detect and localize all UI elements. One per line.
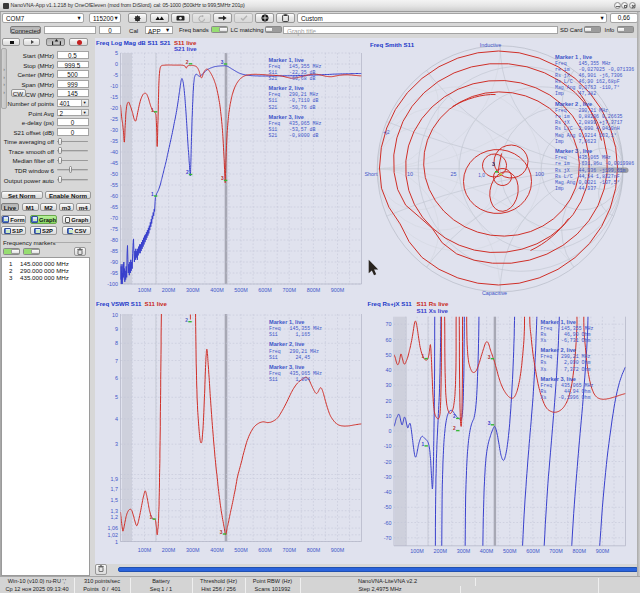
svg-text:1,7: 1,7 [110,486,118,492]
svg-text:5: 5 [115,394,118,400]
svg-text:300M: 300M [186,546,200,552]
svg-text:Freq 290,21 MHz: Freq 290,21 MHz [555,107,608,112]
svg-text:S21 -0,8000 dB: S21 -0,8000 dB [268,133,318,138]
svg-text:S11 -53,57 dB: S11 -53,57 dB [268,127,315,132]
svg-text:300M: 300M [456,547,470,553]
svg-text:1: 1 [421,441,424,446]
svg-text:Freq 435,065 MHz: Freq 435,065 MHz [269,371,322,376]
svg-text:-35: -35 [110,138,118,144]
svg-text:Freq 145,355 MHz: Freq 145,355 MHz [555,60,611,65]
svg-text:Freq Smith S11: Freq Smith S11 [370,40,415,47]
svg-text:50: 50 [385,351,391,357]
svg-text:-90: -90 [110,259,118,265]
svg-text:-5: -5 [113,72,118,78]
svg-text:Marker 3, live: Marker 3, live [540,375,575,381]
svg-text:Marker 3, live: Marker 3, live [268,113,303,119]
svg-text:Rs 44,94 Ohm: Rs 44,94 Ohm [540,389,590,394]
svg-text:5: 5 [115,50,118,56]
svg-text:3: 3 [115,441,118,447]
svg-text:500M: 500M [234,287,248,293]
svg-text:2: 2 [185,317,188,322]
svg-text:Imp 7,0623: Imp 7,0623 [555,138,596,143]
svg-text:3: 3 [219,529,222,534]
svg-text:Freq Log Mag dB S11 S21: Freq Log Mag dB S11 S21 [96,38,171,45]
svg-text:8: 8 [115,340,118,346]
svg-text:-50: -50 [110,171,118,177]
svg-text:-30: -30 [110,127,118,133]
svg-text:S21 live: S21 live [174,45,197,52]
svg-text:1,0: 1,0 [478,173,485,178]
svg-text:S21 -50,76 dB: S21 -50,76 dB [268,104,315,109]
svg-text:Freq 435,065 MHz: Freq 435,065 MHz [555,155,611,160]
svg-text:Freq VSWR S11: Freq VSWR S11 [96,300,142,307]
svg-text:-70: -70 [383,534,391,540]
svg-text:0: 0 [115,61,118,67]
svg-text:S11 -0,7110 dB: S11 -0,7110 dB [268,98,318,103]
svg-text:Mag Ang 0,9214 163,1°: Mag Ang 0,9214 163,1° [555,132,617,137]
svg-text:1: 1 [421,354,424,359]
svg-text:6: 6 [115,375,118,381]
svg-text:Marker 1, live: Marker 1, live [540,318,575,324]
svg-text:Freq 145,355 MHz: Freq 145,355 MHz [268,63,321,68]
svg-text:-100: -100 [107,281,118,287]
svg-text:3: 3 [487,354,490,359]
svg-text:100M: 100M [137,546,151,552]
svg-text:S11 Xs live: S11 Xs live [416,306,448,313]
svg-text:300M: 300M [186,287,200,293]
svg-text:70: 70 [385,321,391,327]
svg-text:re im -0,027025 -0,071336: re im -0,027025 -0,071336 [555,66,634,71]
svg-text:-80: -80 [110,237,118,243]
svg-text:400M: 400M [210,546,224,552]
svg-text:S21 -60,68 dB: S21 -60,68 dB [268,76,315,81]
svg-text:800M: 800M [306,287,320,293]
svg-text:S11 1,004: S11 1,004 [269,377,310,382]
svg-text:S11 24,45: S11 24,45 [269,354,310,359]
svg-text:Rs jX 46,901 -j6,7306: Rs jX 46,901 -j6,7306 [555,73,623,78]
svg-text:re im -631,86u -0,0019986: re im -631,86u -0,0019986 [555,161,634,166]
svg-text:Marker 1, live: Marker 1, live [269,319,304,325]
svg-text:-95: -95 [110,270,118,276]
svg-text:9: 9 [115,326,118,332]
svg-text:500M: 500M [502,547,516,553]
svg-text:2: 2 [185,59,188,64]
svg-text:Marker 2, live: Marker 2, live [268,85,303,91]
svg-text:600M: 600M [526,547,540,553]
svg-text:900M: 900M [330,546,344,552]
svg-text:Rs 46,90 Ohm: Rs 46,90 Ohm [540,331,590,336]
svg-text:1: 1 [150,107,153,112]
svg-text:Inductive: Inductive [479,41,501,47]
svg-text:Rs jX 2,0899 +j7,3717: Rs jX 2,0899 +j7,3717 [555,120,623,125]
svg-text:Marker 1 , live: Marker 1 , live [555,53,592,59]
svg-text:-15: -15 [110,94,118,100]
svg-text:Xs -6,731 Ohm: Xs -6,731 Ohm [540,337,590,342]
svg-text:Rs 2,090 Ohm: Rs 2,090 Ohm [540,360,590,365]
svg-text:Freq 290,21 MHz: Freq 290,21 MHz [540,354,590,359]
svg-text:Marker 3, live: Marker 3, live [269,363,304,369]
svg-text:1,5: 1,5 [110,496,118,502]
svg-text:200M: 200M [433,547,447,553]
svg-text:-30: -30 [383,473,391,479]
svg-text:800M: 800M [572,547,586,553]
svg-text:3: 3 [220,176,223,181]
svg-text:700M: 700M [549,547,563,553]
svg-text:-55: -55 [110,182,118,188]
svg-text:Mag Ang 0,0021 -107,5°: Mag Ang 0,0021 -107,5° [555,179,620,184]
svg-text:0: 0 [388,428,391,434]
svg-text:60: 60 [385,336,391,342]
svg-text:900M: 900M [595,547,609,553]
svg-text:Marker 2, live: Marker 2, live [269,341,304,347]
svg-text:Freq 435,065 MHz: Freq 435,065 MHz [540,382,593,387]
svg-text:Rs L/C 2,090 4,0410nH: Rs L/C 2,090 4,0410nH [555,126,620,131]
svg-text:25: 25 [450,170,456,176]
svg-text:500M: 500M [234,546,248,552]
svg-text:2: 2 [453,426,456,431]
svg-text:-60: -60 [383,519,391,525]
svg-text:Rs jX 44,936 -j199,61m: Rs jX 44,936 -j199,61m [555,167,626,172]
svg-text:Rs L/C 46,90 162,68pF: Rs L/C 46,90 162,68pF [555,79,620,84]
svg-text:Freq 290,21 MHz: Freq 290,21 MHz [268,92,318,97]
svg-text:Freq Rs+jX S11: Freq Rs+jX S11 [367,300,412,307]
svg-text:Marker 2 , live: Marker 2 , live [555,100,592,106]
svg-text:-65: -65 [110,204,118,210]
svg-text:S11 -22,35 dB: S11 -22,35 dB [268,69,315,74]
svg-text:re im 0,88206 0,26635: re im 0,88206 0,26635 [555,114,623,119]
